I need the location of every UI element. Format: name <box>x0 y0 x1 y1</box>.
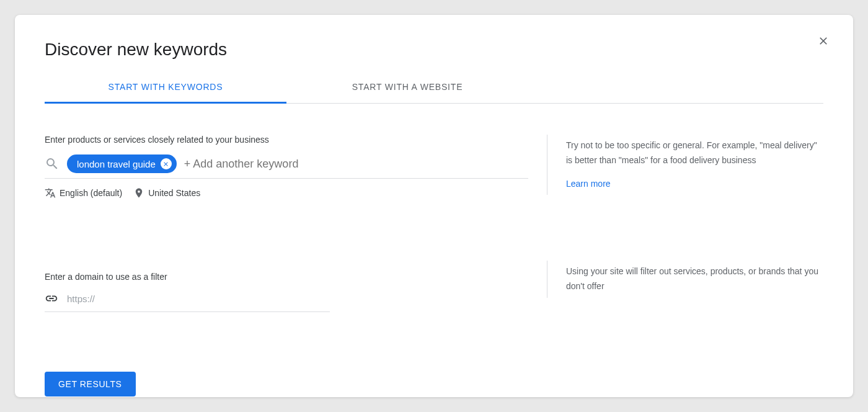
language-label: English (default) <box>60 188 122 198</box>
close-button[interactable] <box>811 29 836 53</box>
keyword-planner-card: Discover new keywords START WITH KEYWORD… <box>15 15 853 397</box>
page-title: Discover new keywords <box>45 40 823 60</box>
close-icon <box>162 161 169 168</box>
keyword-input-row: london travel guide <box>45 154 528 179</box>
domain-input-row <box>45 292 330 312</box>
keyword-chip-label: london travel guide <box>77 159 156 169</box>
keyword-tip-box: Try not to be too specific or general. F… <box>547 135 823 195</box>
domain-tip-text: Using your site will filter out services… <box>566 264 823 294</box>
search-icon <box>45 156 60 171</box>
learn-more-link[interactable]: Learn more <box>566 177 823 192</box>
language-selector[interactable]: English (default) <box>45 187 122 199</box>
tab-start-with-keywords[interactable]: START WITH KEYWORDS <box>45 72 286 104</box>
get-results-button[interactable]: GET RESULTS <box>45 372 136 396</box>
location-label: United States <box>148 188 200 198</box>
domain-section-label: Enter a domain to use as a filter <box>45 272 528 282</box>
meta-row: English (default) United States <box>45 187 528 199</box>
tabs: START WITH KEYWORDS START WITH A WEBSITE <box>45 72 823 104</box>
domain-tip-box: Using your site will filter out services… <box>547 261 823 298</box>
close-icon <box>817 35 830 47</box>
keyword-tip-text: Try not to be too specific or general. F… <box>566 138 823 168</box>
add-keyword-input[interactable] <box>184 158 528 171</box>
translate-icon <box>45 187 56 199</box>
domain-input[interactable] <box>67 293 330 304</box>
keyword-chip: london travel guide <box>67 154 177 173</box>
keyword-section-label: Enter products or services closely relat… <box>45 135 528 145</box>
location-selector[interactable]: United States <box>133 187 200 199</box>
location-icon <box>133 187 144 199</box>
link-icon <box>45 292 58 305</box>
chip-remove-button[interactable] <box>161 158 172 169</box>
tab-start-with-website[interactable]: START WITH A WEBSITE <box>286 72 528 104</box>
